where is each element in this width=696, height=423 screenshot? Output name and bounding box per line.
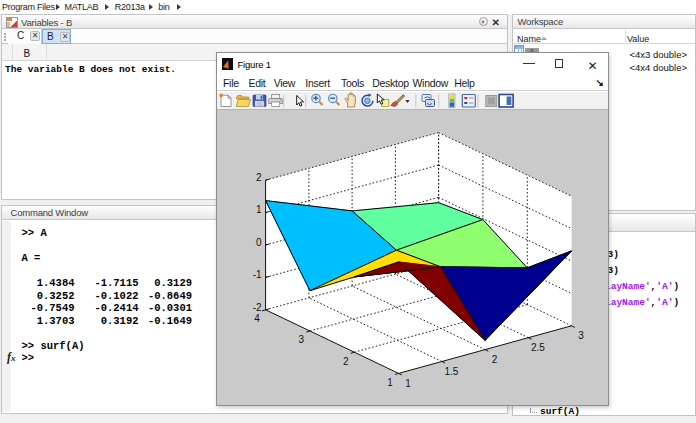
svg-text:4: 4 bbox=[254, 313, 260, 324]
svg-text:0: 0 bbox=[256, 237, 262, 248]
svg-text:-1: -1 bbox=[253, 269, 262, 280]
svg-text:3: 3 bbox=[299, 335, 305, 346]
svg-text:1.5: 1.5 bbox=[444, 366, 458, 377]
svg-text:1: 1 bbox=[405, 378, 411, 389]
svg-text:1: 1 bbox=[387, 377, 393, 388]
svg-text:2: 2 bbox=[492, 354, 498, 365]
svg-text:1: 1 bbox=[256, 205, 262, 216]
svg-text:-2: -2 bbox=[253, 302, 262, 313]
svg-text:3: 3 bbox=[578, 330, 584, 341]
svg-text:2: 2 bbox=[256, 172, 262, 183]
svg-text:2.5: 2.5 bbox=[531, 342, 545, 353]
svg-text:2: 2 bbox=[343, 356, 349, 367]
